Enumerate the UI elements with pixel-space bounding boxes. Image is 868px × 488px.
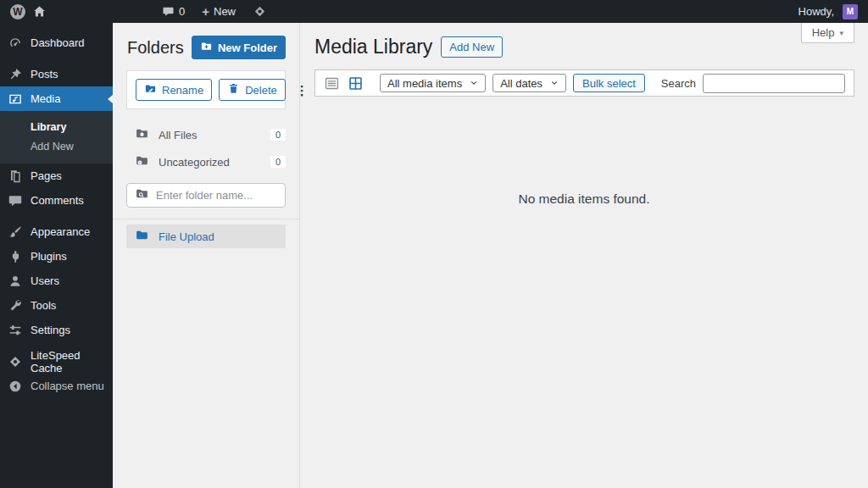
trash-icon <box>227 82 240 97</box>
sidebar-item-plugins[interactable]: Plugins <box>0 244 113 269</box>
sidebar-item-media[interactable]: Media <box>0 86 113 111</box>
tools-wrench-icon <box>8 298 23 313</box>
comment-bubble-icon <box>162 5 175 18</box>
litespeed-diamond-icon <box>253 4 267 19</box>
media-icon <box>8 92 23 107</box>
sidebar-item-litespeed-cache[interactable]: LiteSpeed Cache <box>0 349 113 374</box>
add-new-media-button[interactable]: Add New <box>441 36 503 58</box>
folder-row-label: Uncategorized <box>159 156 230 169</box>
submenu-item-label: Library <box>31 121 66 133</box>
folder-search-icon <box>135 186 149 204</box>
folders-divider <box>113 219 299 219</box>
folder-home-icon <box>135 126 149 143</box>
list-view-button[interactable] <box>324 75 341 92</box>
comments-menu[interactable]: 0 <box>159 0 188 23</box>
media-toolbar: All media items All dates Bulk select Se… <box>314 69 854 97</box>
comments-count: 0 <box>179 5 185 18</box>
help-tab-button[interactable]: Help ▾ <box>801 23 854 43</box>
folders-panel-title: Folders <box>127 38 184 58</box>
sidebar-item-label: Tools <box>31 299 56 312</box>
folder-row-all-files[interactable]: All Files 0 <box>113 121 299 148</box>
folder-search-input[interactable] <box>156 189 277 202</box>
submenu-item-add-new[interactable]: Add New <box>0 136 113 156</box>
menu-separator <box>0 213 113 219</box>
sidebar-item-comments[interactable]: Comments <box>0 188 113 213</box>
folders-panel: Folders New Folder Rename Delete ⋮ <box>113 23 300 488</box>
chevron-down-icon <box>470 77 478 90</box>
appearance-brush-icon <box>8 225 23 240</box>
sidebar-item-label: Plugins <box>31 250 67 263</box>
folders-toolbar: Rename Delete ⋮ <box>126 70 286 109</box>
new-label: New <box>214 5 236 18</box>
rename-label: Rename <box>162 84 203 97</box>
folder-info-icon <box>135 153 149 170</box>
media-type-filter-select[interactable]: All media items <box>380 74 486 92</box>
sidebar-item-appearance[interactable]: Appearance <box>0 219 113 244</box>
caret-down-icon: ▾ <box>839 29 843 37</box>
media-submenu: Library Add New <box>0 111 113 164</box>
delete-folder-button[interactable]: Delete <box>219 79 286 101</box>
page-title: Media Library <box>314 36 432 58</box>
users-person-icon <box>8 274 23 289</box>
delete-label: Delete <box>245 84 277 97</box>
wordpress-logo-menu[interactable]: W <box>0 0 29 23</box>
current-menu-arrow <box>103 95 113 103</box>
new-folder-button[interactable]: New Folder <box>192 36 286 59</box>
sidebar-item-label: Comments <box>31 194 84 207</box>
user-avatar[interactable]: M <box>843 4 858 19</box>
sidebar-item-collapse-menu[interactable]: Collapse menu <box>0 374 113 398</box>
folder-icon <box>135 228 149 245</box>
plus-icon: + <box>202 4 209 19</box>
date-filter-value: All dates <box>500 77 542 90</box>
media-search-group: Search <box>661 74 845 93</box>
media-type-filter-value: All media items <box>387 77 462 90</box>
rename-folder-icon <box>144 82 157 97</box>
new-content-menu[interactable]: + New <box>198 0 239 23</box>
sidebar-item-label: Appearance <box>31 225 90 238</box>
sidebar-item-tools[interactable]: Tools <box>0 293 113 318</box>
sidebar-item-label: Users <box>31 274 59 287</box>
sidebar-item-label: LiteSpeed Cache <box>31 349 113 374</box>
folder-row-file-upload[interactable]: File Upload <box>126 225 286 248</box>
help-label: Help <box>812 26 835 39</box>
grid-view-button[interactable] <box>348 75 364 92</box>
admin-sidebar: Dashboard Posts Media Library Add New Pa… <box>0 23 113 488</box>
sidebar-item-posts[interactable]: Posts <box>0 62 113 86</box>
new-folder-label: New Folder <box>218 42 277 54</box>
bulk-select-button[interactable]: Bulk select <box>573 74 645 92</box>
sidebar-item-label: Dashboard <box>31 36 85 49</box>
site-home-menu[interactable] <box>29 0 50 23</box>
chevron-down-icon <box>550 77 559 90</box>
search-label: Search <box>661 77 696 90</box>
folder-list: All Files 0 Uncategorized 0 <box>113 121 299 175</box>
admin-bar: W 0 + New Howdy, M <box>0 0 868 23</box>
submenu-item-library[interactable]: Library <box>0 117 113 136</box>
comments-icon <box>8 193 23 208</box>
media-search-input[interactable] <box>703 74 845 93</box>
sidebar-item-dashboard[interactable]: Dashboard <box>0 30 113 55</box>
posts-pin-icon <box>8 67 23 82</box>
date-filter-select[interactable]: All dates <box>492 74 566 92</box>
list-view-icon <box>324 75 341 92</box>
litespeed-diamond-icon <box>8 354 23 369</box>
sidebar-item-users[interactable]: Users <box>0 269 113 293</box>
folder-search-box <box>126 183 286 208</box>
plugins-plug-icon <box>8 249 23 264</box>
howdy-label: Howdy, <box>798 5 834 18</box>
settings-sliders-icon <box>8 323 23 338</box>
sidebar-item-pages[interactable]: Pages <box>0 164 113 188</box>
menu-separator <box>0 55 113 62</box>
folder-row-uncategorized[interactable]: Uncategorized 0 <box>113 148 299 175</box>
sidebar-item-label: Collapse menu <box>31 380 104 392</box>
pages-icon <box>8 169 23 184</box>
wordpress-logo-icon: W <box>10 4 25 19</box>
sidebar-item-label: Media <box>31 92 60 105</box>
page-title-row: Media Library Add New <box>300 23 868 58</box>
new-folder-icon <box>200 40 213 55</box>
sidebar-item-label: Posts <box>31 68 58 80</box>
folder-row-label: File Upload <box>159 230 214 243</box>
litespeed-adminbar-menu[interactable] <box>249 0 270 23</box>
rename-folder-button[interactable]: Rename <box>136 79 212 101</box>
sidebar-item-settings[interactable]: Settings <box>0 318 113 342</box>
sidebar-item-label: Settings <box>31 324 70 336</box>
